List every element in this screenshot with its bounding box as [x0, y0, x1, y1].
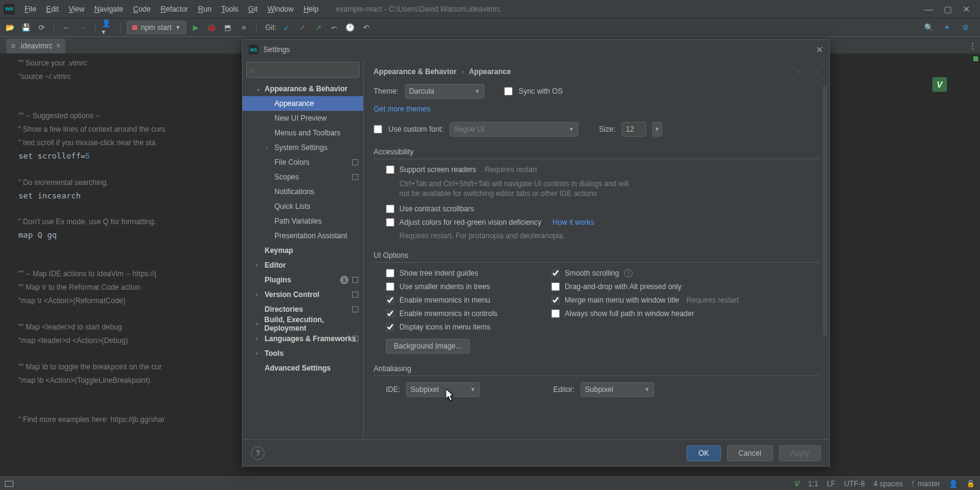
tree-indent-checkbox[interactable]: [386, 269, 394, 277]
full-path-checkbox[interactable]: [551, 309, 560, 318]
minimize-button[interactable]: —: [924, 4, 933, 14]
tree-item-directories[interactable]: Directories: [243, 302, 363, 317]
sync-os-checkbox[interactable]: [504, 87, 513, 96]
tree-item-languages-frameworks[interactable]: ›Languages & Frameworks: [243, 331, 363, 346]
menu-file[interactable]: File: [20, 2, 41, 16]
ide-aa-combobox[interactable]: Subpixel▼: [406, 382, 480, 397]
tree-item-notifications[interactable]: Notifications: [243, 184, 363, 199]
editor-aa-combobox[interactable]: Subpixel▼: [581, 382, 654, 397]
debug-icon[interactable]: 🐞: [206, 21, 218, 34]
menu-code[interactable]: Code: [128, 2, 156, 16]
run-icon[interactable]: ▶: [190, 21, 202, 34]
nav-back-icon[interactable]: ←: [796, 67, 804, 76]
git-rollback-icon[interactable]: ↶: [360, 21, 372, 34]
tree-item-plugins[interactable]: Plugins1: [243, 273, 363, 287]
caret-position[interactable]: 1:1: [808, 480, 818, 488]
mnemonics-controls-checkbox[interactable]: [386, 309, 394, 318]
menu-refactor[interactable]: Refactor: [156, 2, 193, 16]
theme-combobox[interactable]: Darcula▼: [405, 84, 484, 99]
git-update-icon[interactable]: ↙: [281, 21, 293, 34]
gear-icon[interactable]: ⚙: [959, 21, 971, 34]
readonly-lock-icon[interactable]: 🔓: [967, 480, 975, 488]
tree-item-build-execution-deployment[interactable]: ›Build, Execution, Deployment: [243, 317, 363, 331]
menu-window[interactable]: Window: [263, 2, 299, 16]
menu-edit[interactable]: Edit: [41, 2, 64, 16]
breadcrumb-parent[interactable]: Appearance & Behavior: [374, 67, 456, 76]
save-icon[interactable]: 💾: [20, 21, 32, 34]
line-separator[interactable]: LF: [827, 480, 835, 488]
menu-tools[interactable]: Tools: [216, 2, 243, 16]
tree-item-file-colors[interactable]: File Colors: [243, 155, 363, 170]
open-icon[interactable]: 📂: [4, 21, 16, 34]
screen-readers-checkbox[interactable]: [386, 165, 394, 174]
stop-icon[interactable]: ■: [238, 21, 250, 34]
tree-item-path-variables[interactable]: Path Variables: [243, 214, 363, 228]
tab-menu-icon[interactable]: ⋮: [969, 42, 976, 50]
git-push-icon[interactable]: ↗: [312, 21, 325, 34]
tree-item-appearance-behavior[interactable]: ⌄Appearance & Behavior: [243, 81, 363, 96]
help-button[interactable]: ?: [251, 447, 265, 460]
menu-run[interactable]: Run: [193, 2, 216, 16]
maximize-button[interactable]: ▢: [944, 4, 952, 14]
font-combobox[interactable]: Segoe UI▼: [450, 122, 578, 137]
editor-tab[interactable]: ≡ .ideavimrc ×: [6, 39, 66, 53]
tree-item-scopes[interactable]: Scopes: [243, 170, 363, 184]
dialog-close-icon[interactable]: ✕: [816, 45, 823, 55]
how-it-works-link[interactable]: How it works: [552, 218, 594, 227]
get-more-themes-link[interactable]: Get more themes: [374, 105, 431, 113]
menu-git[interactable]: Git: [243, 2, 262, 16]
settings-search-input[interactable]: ⌕: [246, 62, 360, 78]
settings-tree[interactable]: ⌄Appearance & BehaviorAppearanceNew UI P…: [243, 81, 363, 439]
vim-status-icon[interactable]: V: [794, 480, 799, 488]
display-icons-checkbox[interactable]: [386, 323, 394, 331]
tree-item-menus-and-toolbars[interactable]: Menus and Toolbars: [243, 126, 363, 140]
indent-status[interactable]: 4 spaces: [873, 480, 903, 488]
mnemonics-menu-checkbox[interactable]: [386, 296, 394, 304]
tree-item-keymap[interactable]: Keymap: [243, 243, 363, 258]
contrast-scrollbars-checkbox[interactable]: [386, 205, 394, 213]
font-size-input[interactable]: [622, 122, 646, 137]
merge-menu-checkbox[interactable]: [551, 296, 560, 304]
tree-item-version-control[interactable]: ›Version Control: [243, 287, 363, 302]
ideavim-badge-icon[interactable]: V: [932, 77, 947, 92]
smaller-indents-checkbox[interactable]: [386, 282, 394, 291]
apply-button[interactable]: Apply: [779, 445, 821, 461]
search-icon[interactable]: 🔍: [922, 21, 935, 34]
adjust-colors-checkbox[interactable]: [386, 218, 394, 227]
cancel-button[interactable]: Cancel: [727, 445, 773, 461]
git-clock-icon[interactable]: 🕐: [344, 21, 356, 34]
tree-item-presentation-assistant[interactable]: Presentation Assistant: [243, 228, 363, 243]
menu-view[interactable]: View: [64, 2, 89, 16]
background-image-button[interactable]: Background Image...: [386, 339, 470, 353]
tool-window-toggle-icon[interactable]: [5, 481, 13, 487]
drag-drop-alt-checkbox[interactable]: [551, 282, 560, 291]
panel-scrollbar[interactable]: [823, 84, 829, 439]
menu-navigate[interactable]: Navigate: [89, 2, 128, 16]
tree-item-new-ui-preview[interactable]: New UI Preview: [243, 111, 363, 126]
agent-icon[interactable]: 👤: [949, 480, 958, 488]
reload-icon[interactable]: ⟳: [36, 21, 48, 34]
ok-button[interactable]: OK: [687, 445, 720, 461]
file-encoding[interactable]: UTF-8: [844, 480, 865, 488]
close-button[interactable]: ✕: [963, 4, 970, 14]
tree-item-tools[interactable]: ›Tools: [243, 346, 363, 361]
nav-forward-icon[interactable]: →: [812, 67, 820, 76]
tree-item-editor[interactable]: ›Editor: [243, 258, 363, 273]
smooth-scrolling-checkbox[interactable]: [551, 269, 560, 277]
tree-item-advanced-settings[interactable]: Advanced Settings: [243, 361, 363, 375]
ai-icon[interactable]: ✦: [941, 21, 953, 34]
tab-close-icon[interactable]: ×: [56, 42, 61, 50]
custom-font-checkbox[interactable]: [374, 125, 382, 134]
menu-help[interactable]: Help: [298, 2, 323, 16]
add-user-icon[interactable]: 👤▾: [102, 21, 114, 34]
git-branch[interactable]: ᚶ master: [911, 480, 940, 488]
tree-item-system-settings[interactable]: ›System Settings: [243, 140, 363, 155]
info-icon[interactable]: ?: [624, 269, 633, 277]
tree-item-appearance[interactable]: Appearance: [243, 96, 363, 111]
forward-icon[interactable]: →: [77, 21, 89, 34]
back-icon[interactable]: ←: [61, 21, 73, 34]
git-commit-icon[interactable]: ✓: [296, 21, 309, 34]
font-size-stepper[interactable]: ▼: [652, 122, 662, 137]
coverage-icon[interactable]: ⬒: [222, 21, 234, 34]
git-history-icon[interactable]: ⤺: [328, 21, 341, 34]
